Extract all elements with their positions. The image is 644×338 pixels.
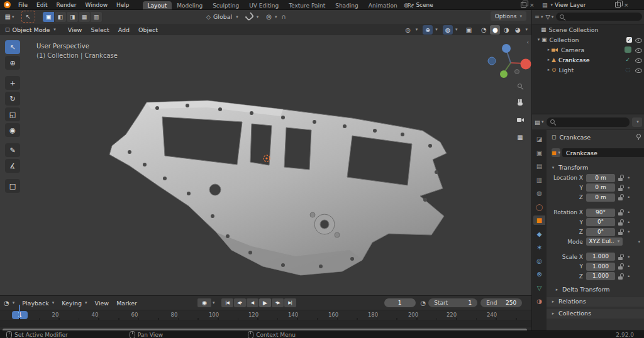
hide-eye-icon[interactable] — [635, 57, 642, 63]
pan-button[interactable] — [514, 97, 526, 108]
shading-material-button[interactable]: ◑ — [501, 25, 511, 35]
editor-type-button[interactable]: ▦▾ — [4, 12, 15, 22]
tool-annotate[interactable]: ✎ — [5, 143, 20, 157]
select-mode-invert[interactable]: ▦ — [79, 12, 91, 22]
tab-sculpting[interactable]: Sculpting — [208, 1, 244, 9]
menu-edit[interactable]: Edit — [32, 2, 52, 8]
tool-select-box[interactable]: ↖ — [5, 40, 20, 54]
tool-measure[interactable]: ∡ — [5, 159, 20, 173]
lock-icon[interactable] — [618, 229, 624, 235]
previous-keyframe-button[interactable]: ◀• — [234, 298, 246, 307]
animate-dot[interactable]: • — [638, 239, 641, 245]
scene-selector[interactable]: ◍ ▾ Scene — [404, 1, 433, 9]
menu-select[interactable]: Select — [86, 26, 113, 33]
hide-eye-icon[interactable] — [635, 36, 642, 43]
proportional-edit-toggle[interactable]: ◎ ▾ ∩ — [266, 13, 286, 20]
menu-add[interactable]: Add — [114, 26, 134, 33]
rotation-z-field[interactable]: 0° — [586, 228, 615, 236]
menu-view[interactable]: View — [64, 26, 87, 33]
animate-dot[interactable]: • — [627, 175, 630, 181]
blender-logo-icon[interactable] — [4, 1, 11, 8]
select-mode-extend[interactable]: ◧ — [55, 12, 67, 22]
tool-add-cube[interactable]: □ — [5, 179, 20, 193]
animate-dot[interactable]: • — [627, 254, 630, 260]
tab-shading[interactable]: Shading — [330, 1, 364, 9]
menu-window[interactable]: Window — [81, 2, 113, 8]
tab-animation[interactable]: Animation — [364, 1, 402, 9]
frame-end-field[interactable]: End 250 — [480, 298, 522, 307]
shading-wireframe-button[interactable]: ◔ — [479, 25, 489, 35]
tab-object[interactable]: ■ — [533, 215, 545, 225]
navigation-gizmo[interactable] — [488, 44, 531, 78]
delta-transform-panel[interactable]: ▸ Delta Transform — [547, 285, 644, 295]
collections-panel[interactable]: ▸ Collections — [547, 308, 644, 319]
frame-start-field[interactable]: Start 1 — [428, 298, 477, 307]
relations-panel[interactable]: ▸ Relations — [547, 296, 644, 307]
menu-marker[interactable]: Marker — [113, 300, 141, 307]
current-frame-field[interactable]: 1 — [384, 298, 416, 307]
scale-z-field[interactable]: 1.000 — [586, 272, 615, 280]
timeline-editor-type-button[interactable]: ◔▾ — [0, 300, 18, 307]
object-name-field[interactable] — [562, 148, 644, 157]
object-type-button[interactable]: ■▾ — [552, 148, 560, 157]
lock-icon[interactable] — [618, 194, 624, 200]
crankcase-model[interactable] — [0, 35, 531, 295]
tab-particles[interactable]: ∗ — [533, 243, 545, 252]
tool-cursor[interactable]: ⊕ — [5, 56, 20, 70]
pin-icon[interactable] — [635, 134, 641, 140]
tab-render[interactable]: ▣ — [533, 148, 545, 158]
tab-object-data[interactable]: ▽ — [533, 283, 545, 293]
tab-world[interactable]: ◯ — [533, 202, 545, 212]
properties-search[interactable] — [547, 117, 630, 127]
collapse-icon[interactable]: ▾ — [536, 37, 541, 42]
menu-view-timeline[interactable]: View — [91, 300, 113, 307]
hide-eye-icon[interactable] — [635, 46, 642, 53]
expand-icon[interactable]: ▸ — [546, 57, 552, 62]
lock-icon[interactable] — [618, 175, 624, 181]
tab-tool[interactable]: ◪ — [533, 134, 545, 144]
auto-keyframe-button[interactable]: ◉ — [197, 298, 211, 307]
outliner-row-light[interactable]: ▸ ⊙ Light ◌ — [532, 65, 644, 75]
outliner-filter-button[interactable]: ▽▾ — [545, 13, 553, 20]
lock-icon[interactable] — [618, 263, 624, 270]
animate-dot[interactable]: • — [627, 185, 630, 191]
menu-playback[interactable]: Playback▾ — [18, 300, 58, 307]
active-tool-button[interactable]: ↖ — [21, 11, 35, 23]
scale-x-field[interactable]: 1.000 — [586, 253, 615, 261]
tab-uv-editing[interactable]: UV Editing — [244, 1, 284, 9]
xray-toggle[interactable]: ▣ — [464, 25, 474, 35]
play-button[interactable]: ▶ — [259, 298, 271, 307]
tab-material[interactable]: ◑ — [533, 297, 545, 306]
location-z-field[interactable]: 0 m — [586, 194, 615, 202]
sidebar-collapse-arrow[interactable]: ‹ — [526, 39, 529, 45]
scale-y-field[interactable]: 1.000 — [586, 263, 615, 271]
zoom-button[interactable] — [514, 80, 526, 92]
perspective-toggle-button[interactable]: ▦ — [514, 131, 526, 143]
location-y-field[interactable]: 0 m — [586, 183, 615, 192]
tab-scene[interactable]: ◍ — [533, 188, 545, 198]
lock-icon[interactable] — [618, 254, 624, 260]
select-mode-subtract[interactable]: ◨ — [67, 12, 79, 22]
collection-checkbox[interactable]: ✓ — [626, 37, 632, 43]
gizmos-toggle[interactable]: ⊕▾ — [423, 25, 437, 35]
timeline-track[interactable] — [0, 320, 531, 327]
outliner-row-scene-collection[interactable]: ▦ Scene Collection — [532, 25, 644, 35]
snap-toggle[interactable]: ▾ — [246, 14, 259, 19]
location-x-field[interactable]: 0 m — [586, 174, 615, 182]
menu-object[interactable]: Object — [134, 26, 162, 33]
expand-icon[interactable]: ▸ — [546, 47, 552, 52]
tab-physics[interactable]: ◎ — [533, 256, 545, 266]
menu-render[interactable]: Render — [52, 2, 81, 8]
menu-file[interactable]: File — [14, 2, 32, 8]
options-button[interactable]: Options ▾ — [491, 11, 526, 21]
tool-move[interactable]: + — [5, 76, 20, 90]
select-mode-intersect[interactable]: ▥ — [91, 12, 103, 22]
animate-dot[interactable]: • — [627, 229, 630, 235]
animate-dot[interactable]: • — [627, 263, 630, 270]
viewport-3d[interactable]: User Perspective (1) Collection | Crankc… — [0, 35, 531, 295]
hide-eye-icon[interactable] — [635, 67, 642, 73]
tool-scale[interactable]: ◱ — [5, 107, 20, 121]
menu-keying[interactable]: Keying▾ — [58, 300, 91, 307]
close-icon[interactable]: × — [528, 2, 536, 8]
outliner-row-camera[interactable]: ▸ Camera — [532, 45, 644, 55]
